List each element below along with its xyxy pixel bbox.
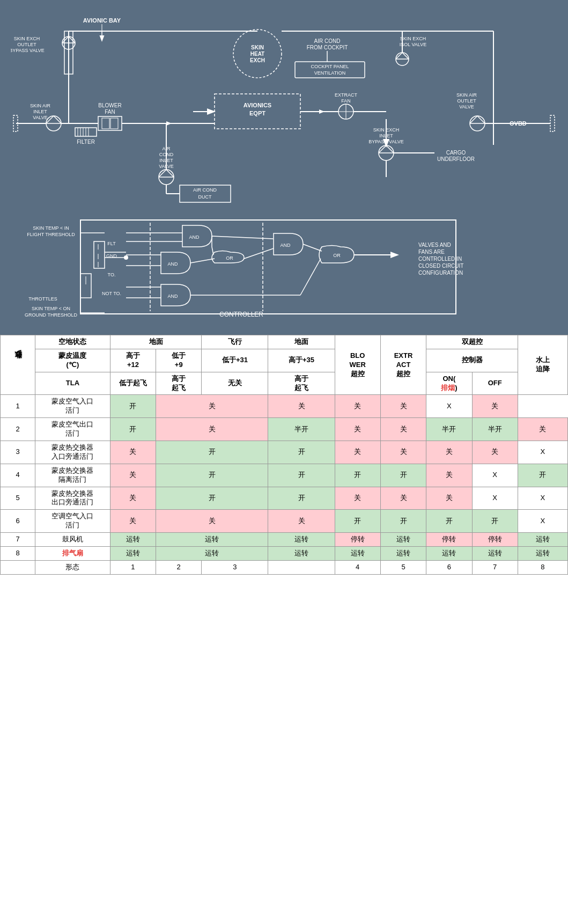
row-name: 排气扇 <box>35 547 110 561</box>
header-row-2: 蒙皮温度(℃) 高于+12 低于+9 低于+31 高于+35 控制器 <box>1 349 568 372</box>
status-table: 参数 空地状态 地面 飞行 地面 BLOWER超控 EXTRACT超控 双超控 … <box>0 335 568 575</box>
svg-text:AIR COND: AIR COND <box>193 187 217 193</box>
footer-cell: 2 <box>156 560 202 574</box>
cell: 关 <box>156 510 268 533</box>
cell: 关 <box>156 418 268 441</box>
table-row: 3 蒙皮热交换器入口旁通活门 关 开 开 关 关 关 关 X <box>1 441 568 464</box>
cell: 关 <box>380 395 426 418</box>
cell: X <box>518 441 567 464</box>
cell: 关 <box>110 510 156 533</box>
full-diagram-svg: AVIONIC BAY SKIN EXCH OUTLET BYPASS VALV… <box>11 11 557 322</box>
footer-cell: 1 <box>110 560 156 574</box>
footer-cell: 6 <box>426 560 472 574</box>
svg-text:AND: AND <box>167 261 178 267</box>
header-below31: 低于+31 <box>202 349 268 372</box>
svg-text:DUCT: DUCT <box>198 194 212 200</box>
cell: 关 <box>268 395 335 418</box>
cell: 关 <box>426 464 472 487</box>
svg-text:FILTER: FILTER <box>77 139 95 145</box>
header-below-takeoff: 低于起飞 <box>110 372 156 395</box>
svg-text:SKIN: SKIN <box>251 45 264 50</box>
cell: 开 <box>472 510 518 533</box>
row-name: 空调空气入口活门 <box>35 510 110 533</box>
footer-cell: 4 <box>335 560 380 574</box>
cell: 开 <box>335 464 380 487</box>
svg-text:OUTLET: OUTLET <box>457 98 476 104</box>
cell: 运转 <box>426 547 472 561</box>
cell: 开 <box>156 487 268 510</box>
svg-text:CARGO: CARGO <box>446 150 466 156</box>
footer-cell: 形态 <box>35 560 110 574</box>
cell: 关 <box>380 418 426 441</box>
svg-text:FLT: FLT <box>107 241 116 246</box>
cell: X <box>426 395 472 418</box>
cell: 关 <box>380 441 426 464</box>
svg-text:AND: AND <box>280 243 291 248</box>
cell: 关 <box>110 464 156 487</box>
svg-text:VALVES AND: VALVES AND <box>418 242 451 248</box>
row-num: 7 <box>1 533 35 547</box>
cell: 关 <box>335 441 380 464</box>
cell: 运转 <box>335 547 380 561</box>
row-name: 蒙皮热交换器隔离活门 <box>35 464 110 487</box>
svg-text:EXCH: EXCH <box>250 57 265 63</box>
svg-text:COCKPIT PANEL: COCKPIT PANEL <box>311 64 349 69</box>
svg-rect-0 <box>11 11 557 322</box>
footer-row: 形态 1 2 3 4 5 6 7 8 <box>1 560 568 574</box>
param-header: 参数 <box>1 335 35 395</box>
header-ground2: 地面 <box>268 335 335 349</box>
cell: 运转 <box>110 547 156 561</box>
footer-cell: 3 <box>202 560 268 574</box>
svg-text:AVIONICS: AVIONICS <box>244 102 271 108</box>
cell: 运转 <box>472 547 518 561</box>
cell: 开 <box>156 464 268 487</box>
cell: 运转 <box>110 533 156 547</box>
svg-text:EXTRACT: EXTRACT <box>335 92 358 98</box>
cell: X <box>518 510 567 533</box>
cell: 关 <box>426 487 472 510</box>
svg-point-158 <box>124 255 128 260</box>
svg-text:AND: AND <box>167 294 178 299</box>
svg-text:FANS ARE: FANS ARE <box>418 249 445 255</box>
cell: 关 <box>335 487 380 510</box>
svg-text:VALVE: VALVE <box>33 115 48 120</box>
row-num: 6 <box>1 510 35 533</box>
table-section: 参数 空地状态 地面 飞行 地面 BLOWER超控 EXTRACT超控 双超控 … <box>0 335 568 575</box>
row-num: 3 <box>1 441 35 464</box>
header-below9: 低于+9 <box>156 349 202 372</box>
header-on-smoke: ON(排烟) <box>426 372 472 395</box>
cell: 关 <box>110 441 156 464</box>
svg-text:TO.: TO. <box>108 272 116 277</box>
table-row: 1 蒙皮空气入口活门 开 关 关 关 关 X 关 <box>1 395 568 418</box>
header-above12: 高于+12 <box>110 349 156 372</box>
header-dual: 双超控 <box>426 335 518 349</box>
cell: 关 <box>426 441 472 464</box>
svg-text:UNDERFLOOR: UNDERFLOOR <box>437 156 475 162</box>
row-num: 5 <box>1 487 35 510</box>
row-num: 4 <box>1 464 35 487</box>
row-name: 蒙皮热交换器出口旁通活门 <box>35 487 110 510</box>
cell: 运转 <box>518 533 567 547</box>
row-name: 鼓风机 <box>35 533 110 547</box>
cell: 半开 <box>268 418 335 441</box>
table-row: 5 蒙皮热交换器出口旁通活门 关 开 开 关 关 关 X X <box>1 487 568 510</box>
svg-text:OR: OR <box>226 255 233 261</box>
row-name: 蒙皮空气入口活门 <box>35 395 110 418</box>
svg-text:OUTLET: OUTLET <box>17 42 36 47</box>
svg-text:HEAT: HEAT <box>250 51 264 57</box>
row-name: 蒙皮空气出口活门 <box>35 418 110 441</box>
header-air-ground: 空地状态 <box>35 335 110 349</box>
cell: 停转 <box>472 533 518 547</box>
table-row: 6 空调空气入口活门 关 关 关 开 开 开 开 X <box>1 510 568 533</box>
svg-text:NOT TO.: NOT TO. <box>102 291 121 296</box>
row-name: 蒙皮热交换器入口旁通活门 <box>35 441 110 464</box>
cell: 运转 <box>268 547 335 561</box>
cell: X <box>472 464 518 487</box>
cell: 开 <box>380 510 426 533</box>
cell: 关 <box>518 418 567 441</box>
header-controller: 控制器 <box>426 349 518 372</box>
cell: 关 <box>335 395 380 418</box>
cell: 运转 <box>518 547 567 561</box>
svg-text:THROTTLES: THROTTLES <box>28 296 57 302</box>
svg-text:INLET: INLET <box>33 109 47 114</box>
